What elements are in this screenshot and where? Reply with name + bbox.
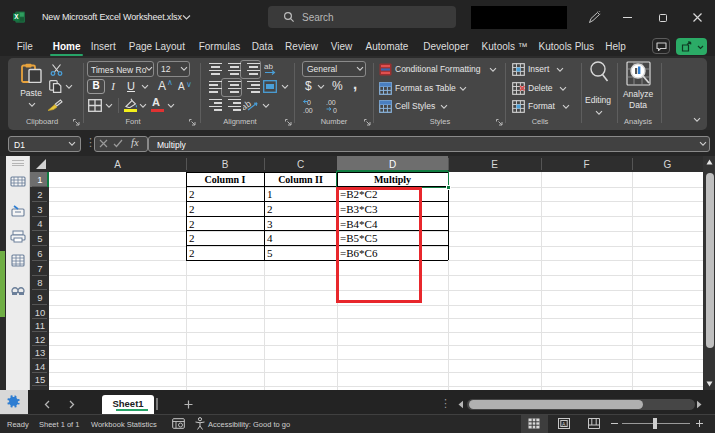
svg-text:X: X — [14, 13, 19, 20]
svg-text:0: 0 — [307, 99, 311, 106]
svg-text:.00: .00 — [326, 99, 336, 106]
svg-text:ab: ab — [264, 62, 273, 71]
svg-text:ab: ab — [243, 98, 253, 112]
svg-text:0: 0 — [333, 107, 337, 114]
svg-text:.00: .00 — [303, 107, 313, 114]
svg-text:A: A — [562, 421, 566, 427]
